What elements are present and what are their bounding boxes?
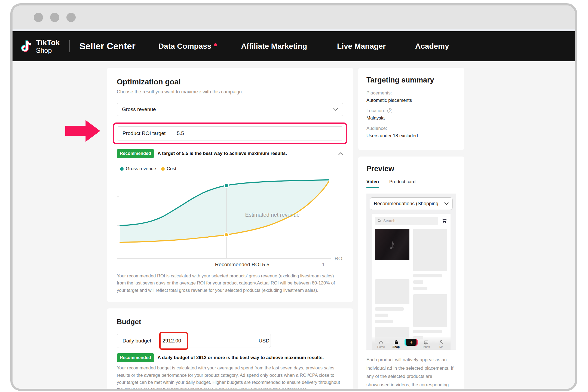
preview-tabs: Video Product card	[366, 179, 456, 188]
cart-icon[interactable]	[441, 218, 447, 224]
roi-field-value[interactable]: 5.5	[171, 127, 189, 140]
recommended-badge: Recommended	[117, 149, 154, 158]
nav-item-label: Affiliate Marketing	[241, 42, 307, 51]
placeholder-line	[375, 314, 388, 317]
budget-field-value[interactable]: 2912.00	[157, 334, 187, 348]
titlebar-divider	[13, 29, 575, 31]
phone-nav-home[interactable]: Home	[374, 340, 388, 348]
home-icon	[379, 340, 383, 345]
search-placeholder: Search	[383, 219, 395, 223]
nav-item-label: Live Manager	[337, 42, 386, 51]
browser-window: TikTok Shop Seller Center Data Compass A…	[10, 3, 577, 391]
placeholder-line	[413, 274, 442, 277]
field-label: Placements:	[366, 90, 456, 96]
field-value: Automatic placements	[366, 98, 456, 103]
placeholder-box	[413, 294, 448, 327]
phone-nav-label: Inbox	[423, 345, 430, 348]
section-title: Budget	[117, 318, 343, 326]
roi-recommendation-row: Recommended A target of 5.5 is the best …	[117, 149, 343, 158]
field-value: Users under 18 excluded	[366, 133, 456, 139]
inbox-icon	[424, 340, 428, 345]
legend-cost: Cost	[161, 166, 176, 171]
placement-select[interactable]: Recommendations (Shopping ...	[370, 197, 453, 210]
targeting-field-audience: Audience: Users under 18 excluded	[366, 126, 456, 139]
currency-label: USD	[259, 338, 271, 344]
placement-select-value: Recommendations (Shopping ...	[374, 201, 444, 207]
brand-text: TikTok Shop	[36, 39, 60, 54]
phone-nav-label: Home	[377, 345, 385, 348]
phone-nav-create[interactable]: +	[404, 339, 418, 348]
product-roi-target-field[interactable]: Product ROI target 5.5	[117, 126, 343, 140]
window-dot[interactable]	[34, 13, 43, 22]
create-plus-icon: +	[406, 339, 416, 346]
placeholder-line	[413, 330, 442, 333]
tiktok-shop-logo[interactable]: TikTok Shop	[20, 39, 60, 54]
main-column: Optimization goal Choose the result you …	[107, 68, 353, 391]
svg-text:ROI: ROI	[335, 256, 343, 261]
phone-nav-me[interactable]: Me	[434, 340, 448, 348]
legend-dot-yellow	[161, 167, 165, 171]
phone-nav-inbox[interactable]: Inbox	[419, 340, 433, 348]
video-thumbnail[interactable]: ♪	[375, 229, 409, 260]
nav-item-academy[interactable]: Academy	[415, 42, 449, 51]
optimization-goal-select[interactable]: Gross revenue	[117, 103, 343, 116]
brand-line2: Shop	[36, 47, 60, 54]
optimization-goal-card: Optimization goal Choose the result you …	[107, 68, 353, 302]
targeting-field-placements: Placements: Automatic placements	[366, 90, 456, 103]
svg-text:Recommended ROI 5.5: Recommended ROI 5.5	[215, 262, 270, 267]
roi-estimate-chart: Estimated net revenueROI1Recommended ROI…	[117, 173, 343, 269]
placeholder-line	[413, 280, 424, 284]
recommended-badge: Recommended	[117, 353, 154, 362]
legend-dot-teal	[120, 167, 124, 171]
nav-item-data-compass[interactable]: Data Compass	[158, 42, 217, 51]
phone-bottom-nav: Home Shop + Inbox	[372, 337, 451, 350]
window-dot[interactable]	[50, 13, 59, 22]
window-dot[interactable]	[66, 13, 76, 22]
help-icon[interactable]: ?	[387, 108, 392, 113]
nav-item-live-manager[interactable]: Live Manager	[337, 42, 386, 51]
sidebar-column: Targeting summary Placements: Automatic …	[358, 68, 464, 391]
placeholder-line	[413, 287, 428, 290]
nav-item-seller-center[interactable]: Seller Center	[79, 41, 136, 51]
tab-video[interactable]: Video	[366, 179, 379, 188]
chart-legend: Gross revenue Cost	[120, 166, 343, 171]
nav-divider	[69, 40, 70, 52]
phone-search-row: Search	[375, 217, 447, 225]
preview-footnote: Each product will natively appear as an …	[366, 356, 456, 391]
budget-recommendation-row: Recommended A daily budget of 2912 or mo…	[117, 353, 343, 362]
search-input[interactable]: Search	[375, 217, 438, 225]
notification-dot	[214, 43, 217, 46]
daily-budget-field[interactable]: Daily budget 2912.00 USD	[117, 334, 271, 348]
legend-label: Gross revenue	[126, 166, 156, 171]
chevron-down-icon	[333, 108, 338, 111]
placeholder-line	[375, 307, 404, 311]
chevron-up-icon[interactable]	[338, 152, 343, 155]
nav-item-affiliate-marketing[interactable]: Affiliate Marketing	[241, 42, 307, 51]
section-title: Preview	[366, 165, 456, 173]
roi-highlight-annotation: Product ROI target 5.5	[113, 122, 347, 144]
tab-product-card[interactable]: Product card	[389, 179, 415, 188]
preview-card: Preview Video Product card Recommendatio…	[358, 157, 464, 391]
nav-item-label: Academy	[415, 42, 449, 51]
section-subtitle: Choose the result you want to maximize w…	[117, 89, 343, 95]
budget-footnote: Your recommended budget is calculated wi…	[117, 364, 343, 391]
budget-card: Budget Daily budget 2912.00 USD Recommen…	[107, 308, 353, 391]
budget-value-text: 2912.00	[163, 338, 181, 344]
roi-field-label: Product ROI target	[117, 127, 171, 140]
page-content: Optimization goal Choose the result you …	[13, 61, 575, 391]
recommendation-text: A target of 5.5 is the best way to achie…	[158, 151, 335, 156]
svg-text:Estimated net revenue: Estimated net revenue	[245, 212, 300, 218]
field-value: Malaysia	[366, 115, 456, 121]
recommendation-text: A daily budget of 2912 or more is the be…	[158, 355, 343, 360]
placeholder-box	[413, 229, 448, 271]
legend-label: Cost	[167, 166, 176, 171]
shop-bag-icon	[394, 340, 399, 345]
me-icon	[439, 340, 443, 345]
phone-nav-shop[interactable]: Shop	[389, 340, 403, 348]
nav-item-label: Data Compass	[158, 42, 212, 51]
placeholder-line	[375, 320, 393, 323]
svg-text:1: 1	[322, 262, 325, 267]
tiktok-note-icon	[20, 39, 32, 53]
roi-chart-block: Gross revenue Cost Estimated net revenue…	[117, 166, 343, 270]
field-label-text: Location:	[366, 108, 385, 114]
